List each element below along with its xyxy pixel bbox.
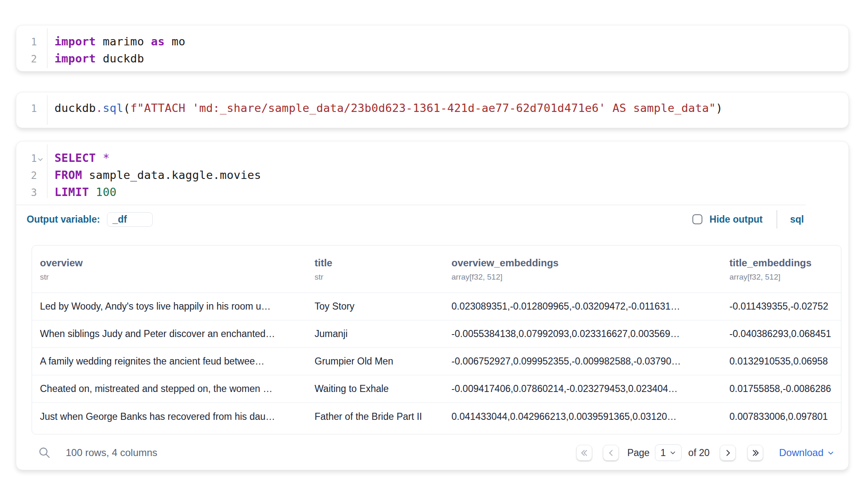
first-page-button[interactable] xyxy=(576,445,592,461)
table-cell[interactable]: Jumanji xyxy=(307,328,444,340)
code-token: import xyxy=(55,52,96,65)
table-cell[interactable]: Toy Story xyxy=(307,301,444,312)
column-name: overview xyxy=(40,257,307,269)
search-icon[interactable] xyxy=(38,446,51,459)
table-footer: 100 rows, 4 columns Page 1 xyxy=(16,438,848,468)
code-text: SELECT * xyxy=(47,150,109,166)
marimo-notebook: 1import marimo as mo2import duckdb 1duck… xyxy=(0,0,868,496)
cell-options-row: Output variable: Hide output sql xyxy=(16,210,848,228)
cell-sql-query: 1SELECT *2FROM sample_data.kaggle.movies… xyxy=(16,141,849,470)
code-token: ( xyxy=(124,102,131,114)
column-header-overview_embeddings[interactable]: overview_embeddingsarray[f32, 512] xyxy=(444,257,722,282)
download-label: Download xyxy=(779,447,823,459)
page-label: Page xyxy=(627,447,650,459)
code-token: LIMIT xyxy=(55,186,89,198)
cell-imports: 1import marimo as mo2import duckdb xyxy=(16,25,849,72)
row-count-summary: 100 rows, 4 columns xyxy=(66,447,157,459)
hide-output-checkbox[interactable] xyxy=(692,214,702,224)
table-row: Just when George Banks has recovered fro… xyxy=(32,403,841,430)
next-page-button[interactable] xyxy=(720,445,736,461)
table-header-row: overviewstrtitlestroverview_embeddingsar… xyxy=(32,246,841,293)
table-cell[interactable]: 0.041433044,0.042966213,0.0039591365,0.0… xyxy=(444,411,722,422)
page-select[interactable]: 1 xyxy=(655,444,682,461)
table-cell[interactable]: -0.0055384138,0.07992093,0.023316627,0.0… xyxy=(444,328,722,340)
column-dtype: str xyxy=(315,273,444,282)
divider xyxy=(776,210,777,228)
gutter-divider xyxy=(47,144,47,198)
code-token xyxy=(89,186,96,198)
output-variable-input[interactable] xyxy=(107,212,153,227)
prev-page-button[interactable] xyxy=(603,445,619,461)
table-body: Led by Woody, Andy's toys live happily i… xyxy=(32,293,841,430)
table-cell[interactable]: -0.009417406,0.07860214,-0.023279453,0.0… xyxy=(444,383,722,394)
output-variable-label: Output variable: xyxy=(27,214,100,225)
table-cell[interactable]: Cheated on, mistreated and stepped on, t… xyxy=(32,383,307,394)
code-editor-attach[interactable]: 1duckdb.sql(f"ATTACH 'md:_share/sample_d… xyxy=(16,92,848,128)
column-header-title[interactable]: titlestr xyxy=(307,257,444,282)
dataframe-table: overviewstrtitlestroverview_embeddingsar… xyxy=(32,245,841,434)
code-editor-imports[interactable]: 1import marimo as mo2import duckdb xyxy=(16,25,848,71)
code-token xyxy=(96,151,103,164)
table-cell[interactable]: Grumpier Old Men xyxy=(307,356,444,367)
line-number: 3 xyxy=(16,185,37,201)
line-number: 2 xyxy=(16,168,37,184)
code-line[interactable]: 3LIMIT 100 xyxy=(16,184,848,201)
table-cell[interactable]: Just when George Banks has recovered fro… xyxy=(32,411,307,422)
code-line[interactable]: 2FROM sample_data.kaggle.movies xyxy=(16,167,848,184)
code-line[interactable]: 1SELECT * xyxy=(16,150,848,167)
table-cell[interactable]: 0.007833006,0.097801 xyxy=(722,411,841,422)
table-row: Cheated on, mistreated and stepped on, t… xyxy=(32,375,841,403)
table-cell[interactable]: 0.0132910535,0.06958 xyxy=(722,356,841,367)
output-variable-group: Output variable: xyxy=(27,212,153,227)
cell-attach: 1duckdb.sql(f"ATTACH 'md:_share/sample_d… xyxy=(16,92,849,128)
code-token: marimo xyxy=(96,35,151,48)
last-page-button[interactable] xyxy=(747,445,763,461)
table-cell[interactable]: 0.023089351,-0.012809965,-0.03209472,-0.… xyxy=(444,301,722,312)
code-token: as xyxy=(151,35,165,48)
table-cell[interactable]: -0.011439355,-0.02752 xyxy=(722,301,841,312)
table-cell[interactable]: Led by Woody, Andy's toys live happily i… xyxy=(32,301,307,312)
code-text: import marimo as mo xyxy=(47,33,186,50)
line-number: 1 xyxy=(16,101,37,117)
code-token: * xyxy=(103,151,110,164)
table-row: Led by Woody, Andy's toys live happily i… xyxy=(32,293,841,320)
code-token: duckdb xyxy=(55,102,96,114)
code-token: SELECT xyxy=(55,151,96,164)
page-total-label: of 20 xyxy=(688,447,709,459)
chevron-right-icon xyxy=(724,449,732,457)
table-cell[interactable]: -0.040386293,0.068451 xyxy=(722,328,841,340)
code-line[interactable]: 1import marimo as mo xyxy=(16,33,848,50)
code-token: duckdb xyxy=(96,52,144,65)
download-button[interactable]: Download xyxy=(779,447,834,459)
table-cell[interactable]: Waiting to Exhale xyxy=(307,383,444,394)
hide-output-label[interactable]: Hide output xyxy=(709,214,763,225)
code-editor-sql[interactable]: 1SELECT *2FROM sample_data.kaggle.movies… xyxy=(16,141,848,201)
language-toggle-sql[interactable]: sql xyxy=(790,214,804,225)
table-cell[interactable]: -0.006752927,0.099952355,-0.009982588,-0… xyxy=(444,356,722,367)
column-header-title_embeddings[interactable]: title_embeddingsarray[f32, 512] xyxy=(722,257,841,282)
table-row: A family wedding reignites the ancient f… xyxy=(32,348,841,375)
line-number: 2 xyxy=(16,51,37,67)
chevron-down-icon xyxy=(670,449,676,456)
column-name: title xyxy=(315,257,444,269)
column-dtype: str xyxy=(40,273,307,282)
code-line[interactable]: 1duckdb.sql(f"ATTACH 'md:_share/sample_d… xyxy=(16,100,848,117)
fold-chevron-icon[interactable] xyxy=(37,156,47,163)
chevron-left-icon xyxy=(607,449,615,457)
table-cell[interactable]: When siblings Judy and Peter discover an… xyxy=(32,328,307,340)
table-cell[interactable]: Father of the Bride Part II xyxy=(307,411,444,422)
table-cell[interactable]: A family wedding reignites the ancient f… xyxy=(32,356,307,367)
chevron-down-icon xyxy=(827,449,834,456)
table-cell[interactable]: 0.01755858,-0.0086286 xyxy=(722,383,841,394)
code-token: . xyxy=(96,102,103,114)
column-dtype: array[f32, 512] xyxy=(729,273,841,282)
code-token: sql xyxy=(103,102,124,114)
column-header-overview[interactable]: overviewstr xyxy=(32,257,307,282)
code-token: f"ATTACH 'md:_share/sample_data/23b0d623… xyxy=(130,102,716,114)
cell-output-controls: Hide output sql xyxy=(692,210,804,228)
code-line[interactable]: 2import duckdb xyxy=(16,50,848,67)
code-token: mo xyxy=(165,35,186,48)
gutter-divider xyxy=(47,95,47,125)
column-name: overview_embeddings xyxy=(451,257,722,269)
code-text: duckdb.sql(f"ATTACH 'md:_share/sample_da… xyxy=(47,100,723,116)
